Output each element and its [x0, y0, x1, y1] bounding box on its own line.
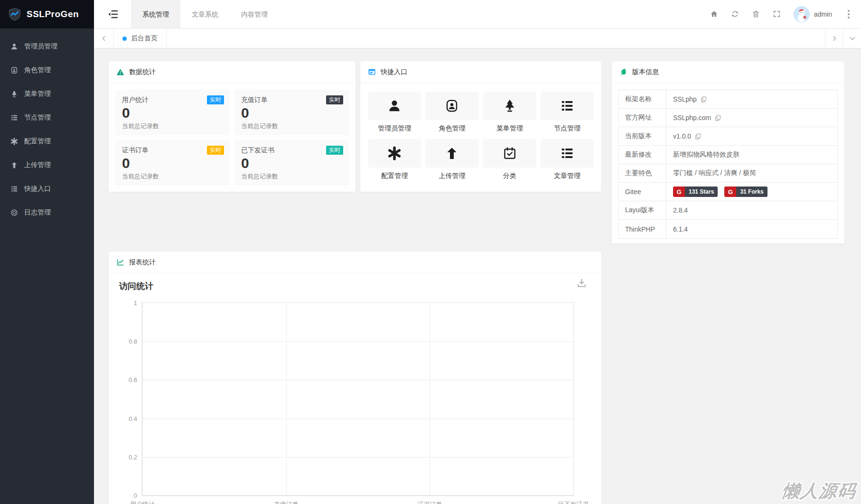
sidebar-item-label: 管理员管理	[24, 42, 57, 51]
quick-entry-card: 快捷入口 管理员管理 角色管理 菜单管理	[360, 61, 602, 192]
stat-desc: 当前总记录数	[122, 172, 223, 181]
header-actions: admin	[710, 6, 861, 22]
quick-entry-menu[interactable]: 菜单管理	[483, 92, 536, 133]
chart-area: 访问统计 1 0.8 0.6 0.4 0.2 0 用户统计 充值订单	[109, 273, 601, 504]
x-axis-label: 充值订单	[274, 500, 299, 504]
sidebar-item-config[interactable]: 配置管理	[0, 130, 94, 153]
fullscreen-icon[interactable]	[773, 10, 781, 18]
sidebar-item-label: 上传管理	[24, 161, 51, 169]
gridline	[430, 303, 430, 495]
row-value: SSLphp	[673, 95, 697, 103]
status-badge: 实时	[326, 95, 343, 104]
tab-manager-dropdown-button[interactable]	[843, 29, 861, 48]
chart-plot: 1 0.8 0.6 0.4 0.2 0 用户统计 充值订单 证书订单 已下发证书	[142, 302, 574, 496]
stat-value: 0	[241, 155, 342, 172]
more-menu-icon[interactable]	[845, 8, 852, 20]
header-tab-system[interactable]: 系统管理	[131, 0, 180, 28]
row-value: v1.0.0	[673, 132, 691, 140]
sidebar-item-log[interactable]: 日志管理	[0, 201, 94, 224]
gridline	[286, 303, 287, 495]
sidebar-item-menu[interactable]: 菜单管理	[0, 82, 94, 106]
table-row: 最新修改 新增拟物风格特效皮肤	[619, 146, 837, 164]
home-icon[interactable]	[710, 10, 718, 18]
y-axis-tick: 0.6	[129, 376, 137, 383]
gitee-stars-badge[interactable]: G 131 Stars	[673, 187, 718, 197]
quick-entry-article[interactable]: 文章管理	[541, 139, 594, 180]
report-card-header: 报表统计	[109, 252, 601, 273]
stat-box-cert-orders: 证书订单 实时 0 当前总记录数	[115, 140, 230, 186]
x-axis-label: 用户统计	[130, 500, 155, 504]
quick-entry-label: 文章管理	[541, 172, 594, 180]
leaf-icon	[619, 68, 627, 76]
status-badge: 实时	[207, 95, 224, 104]
x-axis-label: 已下发证书	[558, 500, 589, 504]
table-row: 框架名称 SSLphp	[619, 90, 837, 109]
report-card-title: 报表统计	[129, 258, 156, 267]
quick-entry-node[interactable]: 节点管理	[541, 92, 594, 133]
copy-icon[interactable]	[694, 133, 702, 140]
trash-icon[interactable]	[752, 10, 760, 18]
asterisk-icon	[387, 146, 402, 160]
status-badge: 实时	[326, 146, 343, 155]
quick-entry-role[interactable]: 角色管理	[425, 92, 478, 133]
tab-scroll-right-button[interactable]	[825, 29, 843, 48]
quick-entry-upload[interactable]: 上传管理	[425, 139, 478, 180]
header-tab-content[interactable]: 内容管理	[230, 0, 279, 28]
log-icon	[10, 209, 18, 216]
download-chart-icon[interactable]	[576, 278, 587, 289]
stat-box-users: 用户统计 实时 0 当前总记录数	[115, 90, 230, 135]
line-chart-icon	[116, 258, 124, 266]
row-label: 官方网址	[619, 109, 666, 127]
user-menu[interactable]: admin	[794, 6, 832, 22]
watermark: 懒人源码	[780, 479, 858, 503]
gridline	[142, 380, 573, 380]
quick-entry-config[interactable]: 配置管理	[368, 139, 421, 180]
user-icon	[387, 99, 402, 113]
row-label: 框架名称	[619, 90, 666, 108]
tab-home-label: 后台首页	[131, 34, 158, 43]
y-axis-tick: 0.4	[129, 415, 137, 422]
copy-icon[interactable]	[700, 96, 707, 103]
gitee-logo-icon: G	[673, 187, 685, 197]
refresh-icon[interactable]	[731, 10, 739, 18]
stat-desc: 当前总记录数	[241, 122, 342, 131]
quick-entry-admin[interactable]: 管理员管理	[368, 92, 421, 133]
table-row: 当前版本 v1.0.0	[619, 127, 837, 146]
sidebar-item-quick[interactable]: 快捷入口	[0, 177, 94, 201]
header-tab-article[interactable]: 文章系统	[180, 0, 230, 28]
stats-card-header: 数据统计	[109, 61, 356, 83]
gitee-logo-icon: G	[724, 187, 736, 197]
sidebar-item-role[interactable]: 角色管理	[0, 58, 94, 82]
sidebar-item-admin[interactable]: 管理员管理	[0, 35, 94, 58]
stats-card-title: 数据统计	[129, 68, 156, 76]
quick-entry-category[interactable]: 分类	[483, 139, 536, 180]
shield-logo-icon	[8, 7, 22, 21]
sidebar-item-upload[interactable]: 上传管理	[0, 153, 94, 177]
version-card: 版本信息 框架名称 SSLphp 官方网址 SSLphp.com	[611, 61, 845, 244]
tab-scroll-left-button[interactable]	[94, 29, 114, 48]
stat-box-issued-certs: 已下发证书 实时 0 当前总记录数	[234, 140, 349, 186]
sidebar-item-node[interactable]: 节点管理	[0, 106, 94, 130]
panel-icon	[368, 68, 376, 76]
status-badge: 实时	[207, 146, 224, 155]
quick-card-title: 快捷入口	[381, 68, 407, 76]
row-value: 新增拟物风格特效皮肤	[673, 150, 739, 159]
collapse-sidebar-icon[interactable]	[107, 9, 119, 20]
list-icon	[560, 99, 574, 113]
gitee-forks-badge[interactable]: G 31 Forks	[724, 187, 767, 197]
logo[interactable]: SSLProGen	[0, 0, 94, 28]
tree-icon	[503, 99, 517, 113]
table-row: 官方网址 SSLphp.com	[619, 109, 837, 127]
gitee-forks-count: 31 Forks	[736, 187, 767, 197]
stat-desc: 当前总记录数	[241, 172, 342, 181]
gridline	[142, 457, 573, 457]
row-value: 2.8.4	[673, 206, 688, 214]
quick-entry-label: 管理员管理	[368, 124, 421, 133]
username: admin	[814, 10, 832, 18]
role-icon	[445, 99, 459, 113]
copy-icon[interactable]	[714, 114, 721, 121]
stat-box-recharge-orders: 充值订单 实时 0 当前总记录数	[234, 90, 349, 135]
tab-home[interactable]: 后台首页	[114, 29, 167, 48]
stat-value: 0	[122, 155, 223, 172]
quick-entry-label: 角色管理	[425, 124, 478, 133]
